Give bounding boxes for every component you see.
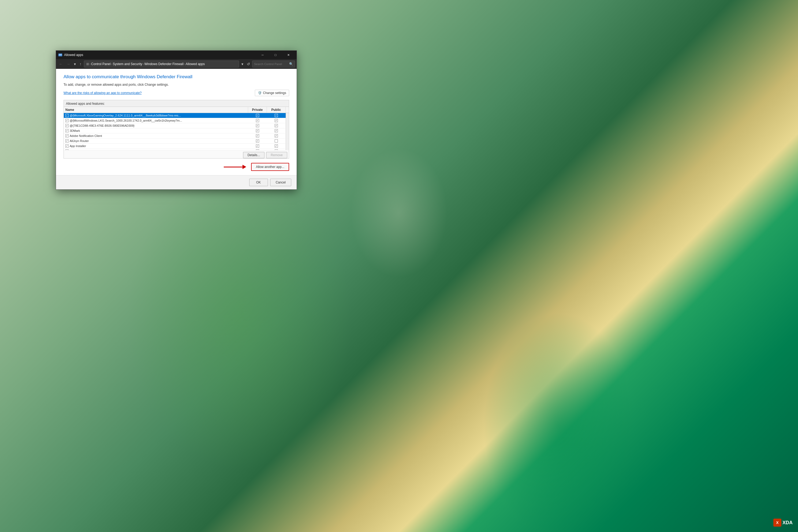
address-dropdown-button[interactable]: ▾ bbox=[240, 61, 245, 67]
change-settings-label: Change settings bbox=[263, 91, 286, 95]
row-public bbox=[267, 144, 286, 148]
col-scroll bbox=[286, 107, 289, 113]
svg-rect-2 bbox=[59, 55, 62, 55]
checkbox-private-icon[interactable] bbox=[66, 114, 69, 117]
checkbox-public[interactable] bbox=[275, 124, 278, 127]
row-private bbox=[248, 133, 267, 138]
row-name-text: Adobe Notification Client bbox=[70, 134, 102, 137]
checkbox-icon[interactable] bbox=[66, 129, 69, 132]
table-body: @{Microsoft.XboxGamingOverlay_2.624.1111… bbox=[64, 113, 289, 150]
path-home-icon: ⊞ bbox=[86, 62, 89, 66]
allowed-apps-window: Allowed apps ─ □ ✕ ← → ▾ ↑ ⊞ › Control P… bbox=[56, 50, 297, 190]
row-public bbox=[267, 128, 286, 133]
change-settings-button[interactable]: 🛡️ Change settings bbox=[255, 90, 289, 96]
search-box[interactable]: 🔍 bbox=[252, 60, 295, 68]
path-firewall[interactable]: Windows Defender Firewall bbox=[145, 62, 184, 66]
row-name-text: 3DMark bbox=[70, 129, 80, 132]
table-row[interactable]: @{MicrosoftWindows.LKG.Search_1000.26100… bbox=[64, 118, 289, 123]
table-row[interactable]: @{78E1CD88-49E3-476E-B926-580E596AD309} bbox=[64, 123, 289, 128]
path-allowed-apps[interactable]: Allowed apps bbox=[186, 62, 205, 66]
checkbox-private[interactable] bbox=[256, 139, 259, 142]
checkbox-icon[interactable] bbox=[66, 139, 69, 142]
table-row[interactable]: 3DMark bbox=[64, 128, 289, 133]
checkbox-public[interactable] bbox=[275, 119, 278, 122]
table-row[interactable]: Adobe Notification Client bbox=[64, 133, 289, 138]
row-name: Adobe Notification Client bbox=[64, 133, 248, 138]
col-name: Name bbox=[64, 107, 248, 113]
checkbox-private[interactable] bbox=[256, 119, 259, 122]
title-bar: Allowed apps ─ □ ✕ bbox=[56, 51, 297, 59]
checkbox-private[interactable] bbox=[256, 129, 259, 132]
apps-label: Allowed apps and features: bbox=[64, 100, 289, 107]
page-title: Allow apps to communicate through Window… bbox=[63, 74, 289, 79]
checkbox-public[interactable] bbox=[275, 134, 278, 137]
path-system-security[interactable]: System and Security bbox=[113, 62, 142, 66]
row-name: @{Microsoft.XboxGamingOverlay_2.624.1111… bbox=[64, 113, 248, 118]
checkbox-private[interactable] bbox=[256, 124, 259, 127]
row-name: @{MicrosoftWindows.LKG.Search_1000.26100… bbox=[64, 118, 248, 123]
risks-link[interactable]: What are the risks of allowing an app to… bbox=[63, 91, 142, 95]
back-button[interactable]: ← bbox=[58, 61, 64, 67]
row-private bbox=[248, 113, 267, 118]
path-sep-4: › bbox=[184, 62, 185, 66]
cancel-button[interactable]: Cancel bbox=[270, 179, 291, 186]
remove-button[interactable]: Remove bbox=[266, 152, 287, 158]
path-control-panel[interactable]: Control Panel bbox=[91, 62, 111, 66]
row-name: @{78E1CD88-49E3-476E-B926-580E596AD309} bbox=[64, 123, 248, 128]
maximize-button[interactable]: □ bbox=[269, 51, 282, 59]
checkbox-icon[interactable] bbox=[66, 119, 69, 122]
table-header: Name Private Public bbox=[64, 107, 289, 113]
row-private bbox=[248, 123, 267, 128]
checkbox-icon[interactable] bbox=[66, 145, 69, 148]
checkbox-private[interactable] bbox=[256, 114, 259, 117]
arrow-shaft bbox=[224, 167, 242, 167]
table-footer-buttons: Details... Remove bbox=[64, 150, 289, 158]
row-public bbox=[267, 113, 286, 118]
checkbox-private[interactable] bbox=[256, 134, 259, 137]
arrow-head bbox=[242, 165, 246, 169]
row-public bbox=[267, 118, 286, 123]
search-icon: 🔍 bbox=[289, 62, 293, 66]
table-row[interactable]: AllJoyn Router bbox=[64, 138, 289, 144]
row-private bbox=[248, 138, 267, 143]
address-bar: ← → ▾ ↑ ⊞ › Control Panel › System and S… bbox=[56, 59, 297, 69]
content-area: Allow apps to communicate through Window… bbox=[56, 69, 297, 175]
ok-button[interactable]: OK bbox=[249, 179, 268, 186]
up-button[interactable]: ↑ bbox=[78, 61, 83, 67]
shield-icon: 🛡️ bbox=[258, 91, 262, 95]
xda-icon: X bbox=[773, 519, 781, 527]
xda-label: XDA bbox=[782, 520, 793, 526]
row-name-text: @{Microsoft.XboxGamingOverlay_2.624.1111… bbox=[70, 114, 181, 117]
address-path[interactable]: ⊞ › Control Panel › System and Security … bbox=[84, 60, 239, 68]
checkbox-public[interactable] bbox=[275, 129, 278, 132]
row-public bbox=[267, 138, 286, 143]
window-icon bbox=[58, 53, 62, 57]
refresh-button[interactable]: ↺ bbox=[245, 61, 252, 67]
title-bar-controls: ─ □ ✕ bbox=[257, 51, 295, 59]
details-button[interactable]: Details... bbox=[243, 152, 265, 158]
checkbox-private[interactable] bbox=[256, 145, 259, 148]
table-row[interactable]: App Installer bbox=[64, 144, 289, 149]
allow-another-button[interactable]: Allow another app... bbox=[251, 163, 289, 171]
checkbox-icon[interactable] bbox=[66, 124, 69, 127]
col-public: Public bbox=[267, 107, 286, 113]
minimize-button[interactable]: ─ bbox=[257, 51, 269, 59]
checkbox-public[interactable] bbox=[275, 145, 278, 148]
path-sep-3: › bbox=[143, 62, 144, 66]
close-button[interactable]: ✕ bbox=[282, 51, 295, 59]
row-name: AllJoyn Router bbox=[64, 138, 248, 143]
checkbox-public[interactable] bbox=[275, 114, 278, 117]
svg-rect-1 bbox=[59, 54, 62, 55]
col-private: Private bbox=[248, 107, 267, 113]
svg-rect-3 bbox=[59, 55, 61, 56]
checkbox-icon[interactable] bbox=[66, 134, 69, 137]
checkbox-public[interactable] bbox=[275, 139, 278, 142]
row-private bbox=[248, 128, 267, 133]
search-input[interactable] bbox=[254, 62, 289, 65]
dropdown-recent-button[interactable]: ▾ bbox=[73, 61, 77, 67]
row-name-text: @{78E1CD88-49E3-476E-B926-580E596AD309} bbox=[70, 124, 134, 127]
table-row[interactable]: @{Microsoft.XboxGamingOverlay_2.624.1111… bbox=[64, 113, 289, 118]
page-subtitle: To add, change, or remove allowed apps a… bbox=[63, 83, 289, 87]
allow-another-row: Allow another app... bbox=[63, 163, 289, 171]
forward-button[interactable]: → bbox=[65, 61, 72, 67]
